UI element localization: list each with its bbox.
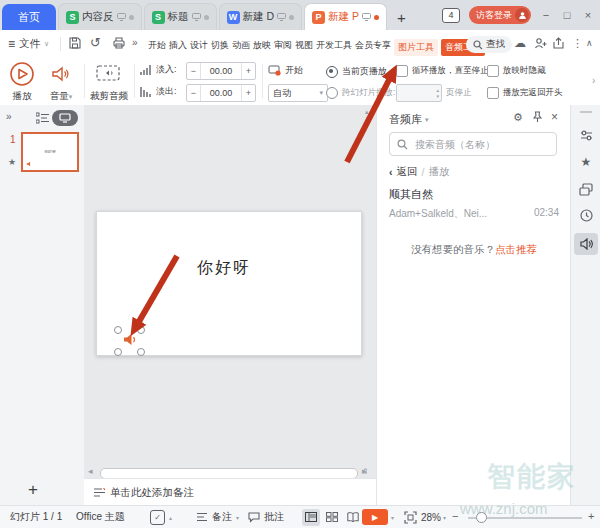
tab-doc-active[interactable]: P 新建 P — [304, 3, 387, 30]
pin-panel-icon[interactable] — [532, 111, 543, 123]
outline-view-icon[interactable] — [36, 112, 50, 124]
new-tab-button[interactable]: + — [397, 9, 406, 26]
selection-handle[interactable] — [114, 326, 122, 334]
checkbox-icon[interactable] — [487, 65, 499, 77]
slide-sorter-view-button[interactable] — [323, 509, 341, 526]
add-user-icon[interactable] — [534, 37, 547, 50]
picture-tools-tab[interactable]: 图片工具 — [394, 39, 438, 56]
reading-view-button[interactable] — [344, 509, 362, 526]
checkbox-hide-during-show[interactable]: 放映时隐藏 — [487, 65, 546, 77]
audio-object-icon[interactable] — [123, 333, 137, 346]
slide-text[interactable]: 你好呀 — [197, 258, 251, 279]
slide-thumbnail[interactable]: 你好呀 — [21, 132, 79, 172]
increment-button[interactable]: + — [242, 63, 255, 79]
minimize-button[interactable]: − — [540, 9, 552, 21]
selection-handle[interactable] — [137, 326, 145, 334]
scroll-left-icon[interactable]: ◂ — [88, 466, 93, 476]
radio-current-page[interactable]: 当前页播放 — [326, 65, 387, 78]
print-icon[interactable] — [112, 36, 126, 50]
fade-in-value[interactable]: 00.00 — [200, 63, 242, 79]
notes-toggle[interactable]: 备注 ▾ — [196, 506, 239, 528]
scroll-up-icon[interactable]: ▴ — [365, 108, 369, 116]
thumbnail-view-toggle[interactable] — [52, 110, 78, 126]
tab-doc-2[interactable]: S 标题 — [144, 3, 217, 30]
selection-handle[interactable] — [114, 348, 122, 356]
volume-button[interactable] — [50, 64, 70, 84]
menu-item-insert[interactable]: 插入 — [169, 39, 187, 56]
audio-search-box[interactable] — [389, 132, 557, 156]
fade-out-stepper[interactable]: − 00.00 + — [186, 84, 256, 102]
checkbox-loop-playback[interactable]: 循环播放，直至停止 — [396, 65, 489, 77]
drag-handle[interactable] — [580, 111, 592, 113]
tab-home[interactable]: 首页 — [2, 4, 56, 30]
tab-doc-3[interactable]: W 新建 D — [219, 3, 303, 30]
menu-item-review[interactable]: 审阅 — [274, 39, 292, 56]
fade-out-value[interactable]: 00.00 — [200, 85, 242, 101]
song-list-item[interactable]: 顺其自然 Adam+Salkeld、Nei... 02:34 — [389, 187, 559, 221]
notes-bar[interactable]: 单击此处添加备注 ⇕ — [84, 478, 376, 506]
slide-canvas[interactable]: 你好呀 — [96, 211, 362, 356]
decrement-button[interactable]: − — [187, 63, 200, 79]
trim-audio-icon[interactable] — [96, 64, 120, 82]
audio-panel-toggle-active[interactable] — [574, 233, 598, 255]
caret-down-icon[interactable]: ▾ — [391, 514, 394, 521]
caret-down-icon[interactable]: ▾ — [436, 93, 439, 99]
close-button[interactable]: × — [582, 9, 594, 21]
menu-item-slideshow[interactable]: 放映 — [253, 39, 271, 56]
checkbox-icon[interactable] — [396, 65, 408, 77]
fade-in-stepper[interactable]: − 00.00 + — [186, 62, 256, 80]
overflow-icon[interactable]: » — [132, 37, 138, 48]
menu-item-devtools[interactable]: 开发工具 — [316, 39, 352, 56]
caret-down-icon[interactable]: ▾ — [425, 116, 429, 124]
zoom-in-button[interactable]: + — [588, 510, 594, 522]
play-audio-button[interactable] — [9, 61, 35, 87]
fit-to-window-icon[interactable] — [404, 511, 417, 524]
properties-sliders-icon[interactable] — [571, 129, 600, 142]
find-button[interactable]: 查找 — [466, 36, 512, 53]
comments-toggle[interactable]: 批注 — [248, 506, 284, 528]
recommend-link[interactable]: 点击推荐 — [495, 243, 537, 255]
window-count-badge[interactable]: 4 — [442, 8, 460, 23]
history-clock-icon[interactable] — [571, 209, 600, 222]
spellcheck-button[interactable]: ✓ ▴ — [150, 506, 172, 528]
menu-item-member[interactable]: 会员专享 — [355, 39, 391, 56]
save-icon[interactable] — [68, 36, 82, 50]
undo-icon[interactable]: ↺ — [90, 35, 101, 50]
normal-view-button[interactable] — [302, 509, 320, 526]
back-icon[interactable]: ‹ — [389, 166, 393, 178]
radio-selected-icon[interactable] — [326, 66, 338, 78]
resize-notes-icon[interactable]: ⇕ — [362, 467, 369, 476]
checkbox-icon[interactable] — [487, 87, 499, 99]
hamburger-menu-icon[interactable]: ≡ — [8, 37, 15, 51]
audio-search-input[interactable] — [413, 138, 549, 151]
menu-item-view[interactable]: 视图 — [295, 39, 313, 56]
menu-item-animation[interactable]: 动画 — [232, 39, 250, 56]
ribbon-expander-icon[interactable]: › — [592, 75, 595, 86]
maximize-button[interactable]: □ — [561, 9, 573, 21]
dual-display-icon[interactable] — [571, 183, 600, 196]
menu-item-transition[interactable]: 切换 — [211, 39, 229, 56]
close-panel-icon[interactable]: × — [551, 110, 558, 124]
guest-login-button[interactable]: 访客登录 — [469, 6, 531, 24]
increment-button[interactable]: + — [242, 85, 255, 101]
back-link[interactable]: 返回 — [397, 165, 418, 179]
selection-handle[interactable] — [137, 348, 145, 356]
collapse-ribbon-icon[interactable]: ∧ — [586, 38, 593, 48]
new-slide-button[interactable]: + — [28, 480, 38, 500]
zoom-level[interactable]: 28% ▾ — [421, 506, 446, 528]
zoom-out-button[interactable]: − — [452, 510, 458, 522]
cloud-sync-icon[interactable]: ☁ — [514, 36, 526, 50]
effects-star-icon[interactable]: ★ — [571, 155, 600, 169]
page-stop-stepper[interactable]: ▴ ▾ — [396, 84, 442, 102]
decrement-button[interactable]: − — [187, 85, 200, 101]
expand-panel-icon[interactable]: » — [6, 111, 12, 122]
file-menu[interactable]: 文件 — [19, 37, 40, 51]
radio-unselected-icon[interactable] — [326, 87, 338, 99]
tab-doc-1[interactable]: S 内容反 — [58, 3, 142, 30]
radio-cross-slides[interactable]: 跨幻灯片播放: 至 — [326, 87, 406, 99]
share-icon[interactable] — [552, 37, 565, 50]
more-options-icon[interactable]: ⋮ — [572, 37, 583, 50]
menu-item-design[interactable]: 设计 — [190, 39, 208, 56]
slideshow-play-button[interactable]: ▶ — [362, 509, 388, 525]
panel-settings-icon[interactable]: ⚙ — [513, 111, 523, 124]
